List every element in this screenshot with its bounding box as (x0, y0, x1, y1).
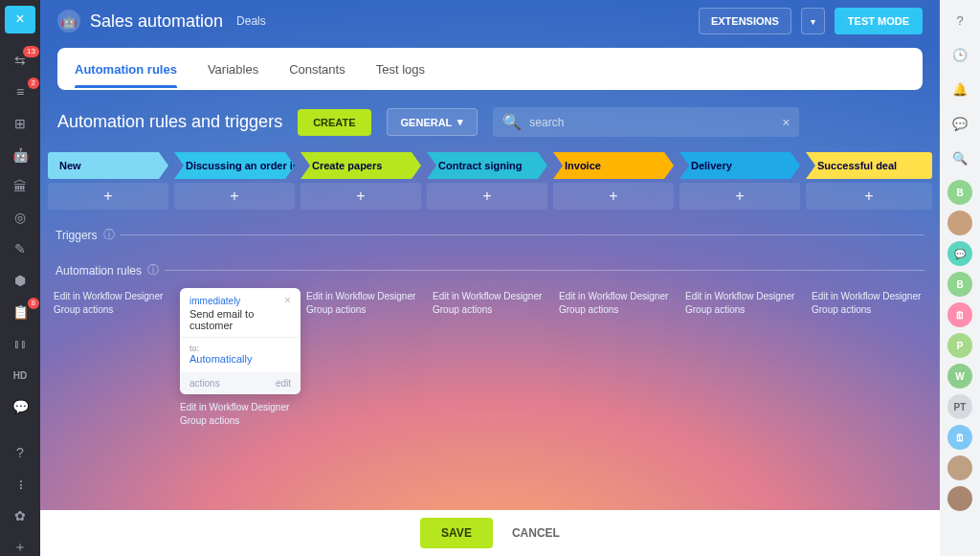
group-actions-link[interactable]: Group actions (180, 415, 295, 426)
sidebar-robot-icon[interactable]: 🤖 (11, 146, 30, 164)
card-title: Send email to customer (189, 308, 291, 331)
sidebar-company-icon[interactable]: 🏛 (11, 178, 30, 195)
edit-workflow-link[interactable]: Edit in Workflow Designer (559, 291, 674, 301)
help-icon[interactable]: ? (947, 8, 972, 33)
sidebar-activity-icon[interactable]: ⇆13 (11, 52, 30, 69)
avatar[interactable] (947, 486, 972, 511)
app-title: Sales automation (90, 11, 223, 32)
stage-add-6[interactable]: + (806, 183, 932, 210)
stage-3[interactable]: Contract signing (427, 152, 547, 179)
stage-4[interactable]: Invoice (553, 152, 674, 179)
search-box[interactable]: 🔍 × (493, 107, 799, 137)
save-button[interactable]: SAVE (420, 518, 493, 548)
sidebar-feed-icon[interactable]: ⊞ (11, 115, 30, 132)
robot-icon: 🤖 (57, 10, 80, 33)
group-actions-link[interactable]: Group actions (812, 304, 926, 315)
bell-icon[interactable]: 🔔 (947, 77, 972, 101)
extensions-dropdown[interactable]: ▾ (801, 8, 825, 34)
info-icon[interactable]: ⓘ (147, 262, 159, 278)
right-sidebar: ? 🕒 🔔 💬 🔍 B💬B🗓PWPT🗓 (940, 0, 980, 556)
avatar[interactable]: 💬 (947, 241, 972, 266)
sidebar-sitemap-icon[interactable]: ⫶ (11, 476, 30, 493)
sidebar-edit-icon[interactable]: ✎ (11, 240, 30, 257)
edit-workflow-link[interactable]: Edit in Workflow Designer (180, 402, 295, 412)
tab-constants[interactable]: Constants (289, 51, 345, 88)
sidebar-help-icon[interactable]: ? (11, 444, 30, 461)
avatar[interactable]: P (947, 333, 972, 358)
avatar[interactable]: 🗓 (947, 425, 972, 450)
crm-badge: 2 (28, 78, 39, 89)
stage-1[interactable]: Discussing an order in... (174, 152, 295, 179)
stages-row: New +Discussing an order in... +Create p… (40, 148, 940, 213)
stage-add-5[interactable]: + (679, 183, 800, 210)
avatar[interactable]: B (947, 180, 972, 205)
stage-add-3[interactable]: + (427, 183, 547, 210)
general-filter-button[interactable]: GENERAL▾ (387, 108, 479, 136)
close-panel-button[interactable]: × (5, 6, 35, 33)
stage-0[interactable]: New (48, 152, 168, 179)
avatar[interactable]: 🗓 (947, 302, 972, 327)
avatar[interactable]: W (947, 364, 972, 389)
activity-badge: 13 (23, 46, 39, 57)
cancel-button[interactable]: CANCEL (512, 526, 560, 540)
tab-automation-rules[interactable]: Automation rules (75, 51, 177, 88)
avatar[interactable]: PT (947, 394, 972, 419)
sidebar-hd-icon[interactable]: HD (11, 367, 30, 384)
edit-workflow-link[interactable]: Edit in Workflow Designer (433, 291, 547, 301)
sidebar-settings-icon[interactable]: ✿ (11, 507, 30, 524)
sidebar-chat-icon[interactable]: 💬 (11, 398, 30, 415)
search-input[interactable] (529, 116, 782, 129)
tab-test-logs[interactable]: Test logs (376, 51, 425, 88)
tasks-badge: 8 (28, 298, 39, 309)
sidebar-analytics-icon[interactable]: ⫾⫾ (11, 335, 30, 352)
stage-add-2[interactable]: + (301, 183, 421, 210)
group-actions-link[interactable]: Group actions (306, 304, 421, 315)
info-icon[interactable]: ⓘ (103, 227, 115, 243)
group-actions-link[interactable]: Group actions (54, 304, 168, 315)
stage-add-1[interactable]: + (174, 183, 295, 210)
clock-icon[interactable]: 🕒 (947, 42, 972, 67)
triggers-section-label: Triggersⓘ (40, 213, 940, 249)
rule-card[interactable]: × immediately Send email to customer to:… (180, 288, 301, 394)
sidebar-db-icon[interactable]: ⬢ (11, 272, 30, 289)
automation-rules-section-label: Automation rulesⓘ (40, 249, 940, 284)
stage-6[interactable]: Successful deal (806, 152, 932, 179)
group-actions-link[interactable]: Group actions (559, 304, 674, 315)
search-icon: 🔍 (502, 113, 522, 131)
avatar[interactable] (947, 211, 972, 235)
page-title: Automation rules and triggers (57, 112, 282, 132)
tab-variables[interactable]: Variables (208, 51, 258, 88)
sidebar-add-icon[interactable]: ＋ (11, 539, 30, 556)
footer-bar: SAVE CANCEL (40, 510, 940, 556)
stage-add-4[interactable]: + (553, 183, 674, 210)
group-actions-link[interactable]: Group actions (685, 304, 800, 315)
stage-add-0[interactable]: + (48, 183, 168, 210)
chat-bubble-icon[interactable]: 💬 (947, 111, 972, 136)
test-mode-button[interactable]: TEST MODE (835, 8, 923, 34)
sidebar-crm-icon[interactable]: ≡2 (11, 83, 30, 100)
card-actions-link[interactable]: actions (189, 378, 220, 389)
card-trigger-label: immediately (189, 296, 291, 306)
stage-5[interactable]: Delivery (679, 152, 800, 179)
extensions-button[interactable]: EXTENSIONS (699, 8, 791, 34)
create-button[interactable]: CREATE (298, 109, 370, 136)
edit-workflow-link[interactable]: Edit in Workflow Designer (306, 291, 421, 301)
tabs-bar: Automation rules Variables Constants Tes… (57, 48, 923, 90)
search-clear-icon[interactable]: × (782, 115, 790, 130)
rules-grid: Edit in Workflow Designer Group actions … (40, 284, 940, 433)
edit-workflow-link[interactable]: Edit in Workflow Designer (54, 291, 168, 301)
edit-workflow-link[interactable]: Edit in Workflow Designer (685, 291, 800, 301)
card-close-icon[interactable]: × (284, 296, 291, 305)
group-actions-link[interactable]: Group actions (433, 304, 547, 315)
left-sidebar: × ⇆13 ≡2 ⊞ 🤖 🏛 ◎ ✎ ⬢ 📋8 ⫾⫾ HD 💬 ? ⫶ ✿ ＋ (0, 0, 40, 556)
header: 🤖 Sales automation Deals EXTENSIONS ▾ TE… (40, 0, 940, 42)
sidebar-tasks-icon[interactable]: 📋8 (11, 303, 30, 321)
avatar[interactable] (947, 456, 972, 480)
search-icon[interactable]: 🔍 (947, 145, 972, 170)
card-sub-label: to: (189, 344, 291, 353)
card-edit-link[interactable]: edit (276, 378, 291, 389)
sidebar-target-icon[interactable]: ◎ (11, 209, 30, 226)
stage-2[interactable]: Create papers (301, 152, 421, 179)
avatar[interactable]: B (947, 272, 972, 297)
edit-workflow-link[interactable]: Edit in Workflow Designer (812, 291, 926, 301)
